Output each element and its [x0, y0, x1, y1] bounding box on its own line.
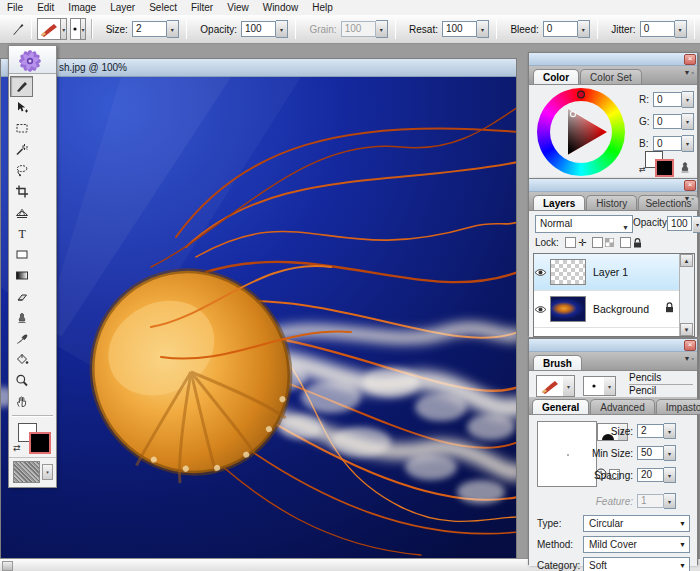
bleed-spinner[interactable]: ▾ — [578, 20, 590, 38]
resat-spinner[interactable]: ▾ — [477, 20, 489, 38]
blend-mode-select[interactable]: Normal ▼ — [535, 215, 633, 233]
brush-tool[interactable] — [10, 76, 33, 97]
brush-size-input[interactable]: 2 — [637, 424, 664, 438]
visibility-eye-icon[interactable] — [534, 268, 550, 277]
fill-tool[interactable] — [10, 349, 33, 370]
jitter-spinner[interactable]: ▾ — [675, 20, 687, 38]
text-tool[interactable]: T — [10, 223, 33, 244]
swap-colors-icon[interactable]: ⇄ — [13, 443, 21, 453]
layer-row-layer1[interactable]: Layer 1 — [534, 254, 694, 291]
layers-opacity-input[interactable]: 100 — [667, 216, 692, 231]
tab-layers[interactable]: Layers — [533, 195, 585, 210]
tab-advanced[interactable]: Advanced — [590, 399, 654, 414]
brush-panel-close-icon[interactable]: × — [684, 340, 696, 351]
jitter-input[interactable]: 0 — [640, 21, 675, 37]
min-size-input[interactable]: 50 — [637, 446, 664, 460]
stroke-preview-dropdown[interactable]: ▾ — [604, 376, 616, 396]
blue-spinner[interactable]: ▾ — [682, 135, 694, 152]
stroke-preview-dropdown[interactable]: ▾ — [81, 18, 87, 40]
scroll-down-icon[interactable]: ▼ — [680, 323, 693, 336]
stroke-preview[interactable] — [583, 376, 605, 396]
lasso-tool[interactable] — [10, 160, 33, 181]
document-titlebar[interactable]: sh.jpg @ 100% — [1, 59, 516, 77]
menu-window[interactable]: Window — [256, 0, 306, 15]
color-panel-titlebar[interactable]: × — [529, 53, 697, 66]
eraser-tool[interactable] — [10, 286, 33, 307]
size-spinner[interactable]: ▾ — [167, 20, 179, 38]
status-grip[interactable] — [2, 561, 13, 571]
background-color-swatch[interactable] — [29, 432, 51, 454]
spacing-spinner[interactable]: ▾ — [664, 467, 676, 483]
blue-input[interactable]: 0 — [653, 136, 682, 151]
lock-position-checkbox[interactable] — [565, 237, 576, 248]
clone-stamp-tool[interactable] — [10, 307, 33, 328]
menu-select[interactable]: Select — [142, 0, 184, 15]
brush-size-spinner[interactable]: ▾ — [664, 423, 676, 439]
brush-preset-dropdown[interactable]: ▾ — [61, 18, 67, 40]
size-input[interactable]: 2 — [132, 21, 167, 37]
green-spinner[interactable]: ▾ — [682, 113, 694, 130]
toolbox-flower-thumbnail[interactable] — [9, 46, 56, 74]
opacity-spinner[interactable]: ▾ — [276, 20, 288, 38]
canvas[interactable] — [1, 77, 516, 558]
mixer-icon[interactable] — [679, 159, 691, 173]
menu-image[interactable]: Image — [61, 0, 103, 15]
hand-tool[interactable] — [10, 391, 33, 412]
menu-view[interactable]: View — [220, 0, 256, 15]
tab-color[interactable]: Color — [533, 69, 579, 84]
brush-preset-dropdown[interactable]: ▾ — [563, 375, 575, 397]
type-select[interactable]: Circular▼ — [583, 515, 690, 532]
scroll-up-icon[interactable]: ▲ — [680, 254, 693, 267]
visibility-eye-icon[interactable] — [534, 305, 550, 314]
menu-filter[interactable]: Filter — [184, 0, 220, 15]
opacity-input[interactable]: 100 — [241, 21, 276, 37]
green-input[interactable]: 0 — [653, 114, 682, 129]
tab-general[interactable]: General — [532, 399, 589, 414]
panel-background-swatch[interactable] — [655, 159, 674, 177]
brush-preset-preview[interactable] — [37, 18, 61, 40]
tab-history[interactable]: History — [586, 195, 637, 210]
zoom-tool[interactable] — [10, 370, 33, 391]
layers-opacity-spinner[interactable]: ▾ — [693, 216, 700, 233]
color-wheel[interactable] — [537, 88, 625, 176]
method-select[interactable]: Mild Cover▼ — [583, 536, 690, 553]
panel-menu-icon[interactable]: ▼▫ — [684, 355, 695, 362]
menu-edit[interactable]: Edit — [30, 0, 61, 15]
layer-thumbnail[interactable] — [550, 259, 586, 285]
brush-preset-preview[interactable] — [536, 375, 564, 397]
pattern-swatch[interactable] — [13, 461, 40, 483]
lock-transparency-checkbox[interactable] — [592, 237, 603, 248]
spacing-input[interactable]: 20 — [637, 468, 664, 482]
tab-impasto[interactable]: Impasto — [656, 399, 700, 414]
gradient-tool[interactable] — [10, 265, 33, 286]
move-tool[interactable] — [10, 97, 33, 118]
panel-menu-icon[interactable]: ▼▫ — [684, 69, 695, 76]
eyedropper-tool[interactable] — [10, 328, 33, 349]
layers-panel-close-icon[interactable]: × — [684, 180, 696, 191]
menu-file[interactable]: File — [0, 0, 30, 15]
layer-list-scrollbar[interactable]: ▲ ▼ — [679, 254, 694, 336]
tab-brush[interactable]: Brush — [533, 355, 582, 370]
panel-menu-icon[interactable]: ▼▫ — [684, 195, 695, 202]
layer-row-background[interactable]: Background — [534, 291, 694, 328]
pattern-dropdown[interactable]: ▾ — [42, 464, 53, 480]
color-panel-close-icon[interactable]: × — [684, 54, 696, 65]
mesh-tool[interactable] — [10, 202, 33, 223]
rect-select-tool[interactable] — [10, 118, 33, 139]
min-size-spinner[interactable]: ▾ — [664, 445, 676, 461]
bleed-input[interactable]: 0 — [543, 21, 578, 37]
rectangle-tool[interactable] — [10, 244, 33, 265]
layer-thumbnail[interactable] — [550, 296, 586, 322]
brush-panel-titlebar[interactable]: × — [529, 339, 697, 352]
layers-panel-titlebar[interactable]: × — [529, 179, 697, 192]
lock-all-checkbox[interactable] — [620, 237, 631, 248]
panel-swap-colors-icon[interactable]: ⇄ — [639, 165, 646, 174]
tab-color-set[interactable]: Color Set — [580, 69, 642, 84]
stroke-preview[interactable] — [70, 18, 80, 40]
red-input[interactable]: 0 — [653, 92, 682, 107]
menu-layer[interactable]: Layer — [103, 0, 142, 15]
menu-help[interactable]: Help — [305, 0, 340, 15]
crop-tool[interactable] — [10, 181, 33, 202]
resat-input[interactable]: 100 — [442, 21, 477, 37]
magic-wand-tool[interactable] — [10, 139, 33, 160]
